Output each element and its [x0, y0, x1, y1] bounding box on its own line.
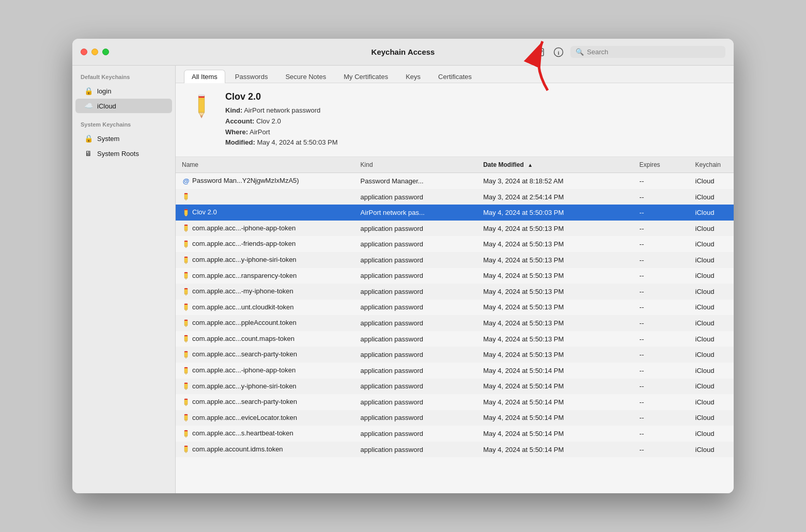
search-bar[interactable]: 🔍	[570, 46, 725, 58]
sidebar-item-icloud[interactable]: ☁️ iCloud	[75, 99, 172, 113]
svg-marker-44	[184, 373, 188, 374]
cell-date: May 4, 2024 at 5:50:13 PM	[477, 268, 633, 284]
cell-expires: --	[633, 379, 689, 395]
tab-all-items[interactable]: All Items	[184, 70, 225, 83]
cell-name: com.apple.acc...eviceLocator.token	[176, 410, 354, 426]
table-row[interactable]: com.apple.account.idms.token application…	[176, 442, 734, 458]
info-button[interactable]: i	[552, 45, 565, 59]
cell-date: May 4, 2024 at 5:50:13 PM	[477, 284, 633, 300]
cell-keychain: iCloud	[689, 205, 734, 221]
tab-passwords[interactable]: Passwords	[227, 70, 276, 83]
cell-kind: application password	[354, 426, 477, 442]
items-table-container[interactable]: Name Kind Date Modified ▲ Expires	[176, 157, 734, 493]
svg-marker-53	[184, 420, 188, 421]
table-row[interactable]: Clov 2.0 AirPort network pas... May 4, 2…	[176, 205, 734, 221]
cell-keychain: iCloud	[689, 379, 734, 395]
svg-rect-33	[184, 304, 188, 305]
pencil-icon	[182, 382, 190, 390]
svg-rect-24	[184, 257, 188, 258]
compose-button[interactable]	[533, 45, 547, 59]
cell-date: May 4, 2024 at 5:50:13 PM	[477, 221, 633, 237]
kind-value: AirPort network password	[244, 106, 320, 114]
sidebar-item-system[interactable]: 🔒 System	[75, 131, 172, 146]
cell-kind: application password	[354, 268, 477, 284]
default-keychains-label: Default Keychains	[72, 74, 175, 83]
minimize-button[interactable]	[91, 49, 98, 55]
table-row[interactable]: com.apple.acc...-friends-app-token appli…	[176, 236, 734, 252]
svg-rect-36	[184, 320, 188, 321]
cell-name: com.apple.acc...-friends-app-token	[176, 236, 354, 252]
cell-keychain: iCloud	[689, 221, 734, 237]
table-row[interactable]: application password May 3, 2024 at 2:54…	[176, 189, 734, 205]
tab-my-certificates[interactable]: My Certificates	[336, 70, 396, 83]
svg-marker-29	[184, 294, 188, 295]
content-pane: All Items Passwords Secure Notes My Cert…	[176, 66, 734, 493]
cell-date: May 4, 2024 at 5:50:13 PM	[477, 300, 633, 316]
sidebar-item-login[interactable]: 🔒 login	[75, 84, 172, 98]
pencil-icon	[182, 445, 190, 453]
system-keychains-section: System Keychains 🔒 System 🖥 System Roots	[72, 121, 175, 161]
pencil-icon	[182, 414, 190, 422]
table-row[interactable]: com.apple.acc...-iphone-app-token applic…	[176, 221, 734, 237]
table-row[interactable]: com.apple.acc...s.heartbeat-token applic…	[176, 426, 734, 442]
tab-keys[interactable]: Keys	[398, 70, 428, 83]
svg-rect-30	[184, 288, 188, 289]
sidebar-item-label: iCloud	[97, 102, 116, 110]
table-row[interactable]: com.apple.acc...unt.cloudkit-token appli…	[176, 300, 734, 316]
cell-name: com.apple.acc...search-party-token	[176, 394, 354, 410]
search-input[interactable]	[587, 48, 720, 56]
cell-kind: application password	[354, 410, 477, 426]
svg-rect-1	[536, 49, 544, 56]
maximize-button[interactable]	[102, 49, 109, 55]
col-header-date-modified[interactable]: Date Modified ▲	[477, 157, 633, 173]
svg-rect-57	[184, 430, 188, 431]
pencil-icon	[182, 430, 190, 438]
svg-rect-60	[184, 446, 188, 447]
table-row[interactable]: com.apple.acc...search-party-token appli…	[176, 394, 734, 410]
col-header-keychain[interactable]: Keychain	[689, 157, 734, 173]
cell-expires: --	[633, 347, 689, 363]
sidebar-item-system-roots[interactable]: 🖥 System Roots	[75, 146, 172, 161]
table-row[interactable]: com.apple.acc...ransparency-token applic…	[176, 268, 734, 284]
svg-rect-18	[184, 225, 188, 226]
svg-marker-20	[184, 246, 188, 248]
table-row[interactable]: com.apple.acc...eviceLocator.token appli…	[176, 410, 734, 426]
svg-marker-11	[184, 199, 188, 200]
table-row[interactable]: com.apple.acc...ppleAccount.token applic…	[176, 315, 734, 331]
tab-bar: All Items Passwords Secure Notes My Cert…	[176, 66, 734, 83]
col-header-expires[interactable]: Expires	[633, 157, 689, 173]
table-row[interactable]: @Password Man...Y2NjgwMzIxMzA5) Password…	[176, 173, 734, 189]
main-content: Default Keychains 🔒 login ☁️ iCloud Syst…	[72, 66, 734, 493]
pencil-icon	[182, 319, 190, 327]
modified-label: Modified:	[225, 138, 255, 146]
table-row[interactable]: com.apple.acc...-iphone-app-token applic…	[176, 363, 734, 379]
cell-keychain: iCloud	[689, 410, 734, 426]
table-row[interactable]: com.apple.acc...count.maps-token applica…	[176, 331, 734, 347]
cell-kind: application password	[354, 347, 477, 363]
close-button[interactable]	[81, 49, 87, 55]
cell-keychain: iCloud	[689, 315, 734, 331]
cell-expires: --	[633, 205, 689, 221]
cell-keychain: iCloud	[689, 363, 734, 379]
account-value: Clov 2.0	[256, 117, 281, 125]
table-row[interactable]: com.apple.acc...-my-iphone-token applica…	[176, 284, 734, 300]
cell-expires: --	[633, 284, 689, 300]
server-icon: 🖥	[84, 149, 93, 158]
col-header-name[interactable]: Name	[176, 157, 354, 173]
cell-name	[176, 189, 354, 205]
table-row[interactable]: com.apple.acc...y-iphone-siri-token appl…	[176, 379, 734, 395]
cell-expires: --	[633, 252, 689, 268]
cell-date: May 4, 2024 at 5:50:14 PM	[477, 379, 633, 395]
titlebar-actions: i 🔍	[533, 45, 725, 59]
default-keychains-section: Default Keychains 🔒 login ☁️ iCloud	[72, 74, 175, 113]
svg-marker-32	[184, 309, 188, 311]
svg-rect-42	[184, 351, 188, 352]
cell-kind: application password	[354, 284, 477, 300]
tab-certificates[interactable]: Certificates	[430, 70, 479, 83]
tab-secure-notes[interactable]: Secure Notes	[277, 70, 334, 83]
col-header-kind[interactable]: Kind	[354, 157, 477, 173]
table-row[interactable]: com.apple.acc...y-iphone-siri-token appl…	[176, 252, 734, 268]
table-row[interactable]: com.apple.acc...search-party-token appli…	[176, 347, 734, 363]
cell-name: com.apple.acc...-iphone-app-token	[176, 221, 354, 237]
svg-rect-39	[184, 335, 188, 336]
